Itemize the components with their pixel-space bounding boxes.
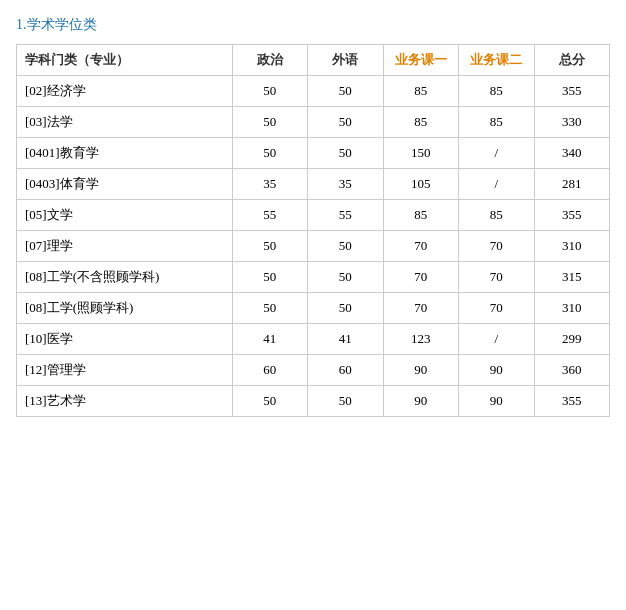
cell-politics: 50 [232,386,307,417]
cell-total: 355 [534,76,610,107]
cell-subject: [05]文学 [17,200,233,231]
cell-foreign: 50 [308,76,383,107]
table-row: [08]工学(不含照顾学科)50507070315 [17,262,610,293]
cell-foreign: 50 [308,386,383,417]
table-row: [05]文学55558585355 [17,200,610,231]
cell-foreign: 50 [308,231,383,262]
table-row: [03]法学50508585330 [17,107,610,138]
cell-subject: [08]工学(不含照顾学科) [17,262,233,293]
cell-politics: 50 [232,231,307,262]
cell-politics: 55 [232,200,307,231]
header-politics: 政治 [232,45,307,76]
cell-total: 355 [534,386,610,417]
cell-total: 315 [534,262,610,293]
cell-biz2: 85 [459,107,534,138]
cell-biz1: 105 [383,169,458,200]
cell-total: 340 [534,138,610,169]
cell-politics: 60 [232,355,307,386]
header-biz1: 业务课一 [383,45,458,76]
cell-biz2: 70 [459,231,534,262]
cell-total: 310 [534,231,610,262]
cell-biz2: 90 [459,386,534,417]
cell-politics: 35 [232,169,307,200]
cell-biz2: / [459,138,534,169]
table-row: [08]工学(照顾学科)50507070310 [17,293,610,324]
cell-subject: [07]理学 [17,231,233,262]
cell-subject: [0401]教育学 [17,138,233,169]
section-title: 1.学术学位类 [16,16,610,34]
cell-biz1: 70 [383,293,458,324]
cell-subject: [0403]体育学 [17,169,233,200]
cell-total: 355 [534,200,610,231]
cell-total: 360 [534,355,610,386]
header-subject: 学科门类（专业） [17,45,233,76]
cell-biz2: 85 [459,200,534,231]
cell-foreign: 35 [308,169,383,200]
cell-foreign: 55 [308,200,383,231]
cell-biz2: 90 [459,355,534,386]
score-table: 学科门类（专业） 政治 外语 业务课一 业务课二 总分 [02]经济学50508… [16,44,610,417]
table-row: [02]经济学50508585355 [17,76,610,107]
cell-politics: 50 [232,262,307,293]
cell-biz1: 90 [383,386,458,417]
cell-total: 330 [534,107,610,138]
table-header-row: 学科门类（专业） 政治 外语 业务课一 业务课二 总分 [17,45,610,76]
table-row: [0401]教育学5050150/340 [17,138,610,169]
header-foreign: 外语 [308,45,383,76]
cell-subject: [12]管理学 [17,355,233,386]
header-total: 总分 [534,45,610,76]
cell-foreign: 60 [308,355,383,386]
cell-subject: [10]医学 [17,324,233,355]
cell-biz1: 85 [383,107,458,138]
cell-biz1: 90 [383,355,458,386]
table-row: [12]管理学60609090360 [17,355,610,386]
table-row: [07]理学50507070310 [17,231,610,262]
cell-foreign: 41 [308,324,383,355]
cell-biz1: 85 [383,76,458,107]
cell-politics: 50 [232,76,307,107]
cell-biz1: 85 [383,200,458,231]
cell-politics: 50 [232,293,307,324]
table-row: [13]艺术学50509090355 [17,386,610,417]
table-row: [10]医学4141123/299 [17,324,610,355]
cell-politics: 41 [232,324,307,355]
cell-politics: 50 [232,138,307,169]
cell-biz1: 150 [383,138,458,169]
cell-subject: [02]经济学 [17,76,233,107]
cell-biz2: / [459,169,534,200]
cell-total: 299 [534,324,610,355]
cell-politics: 50 [232,107,307,138]
cell-foreign: 50 [308,107,383,138]
cell-subject: [08]工学(照顾学科) [17,293,233,324]
cell-foreign: 50 [308,138,383,169]
cell-biz2: 85 [459,76,534,107]
cell-subject: [03]法学 [17,107,233,138]
cell-biz1: 70 [383,231,458,262]
cell-biz2: 70 [459,293,534,324]
cell-total: 281 [534,169,610,200]
cell-total: 310 [534,293,610,324]
cell-biz1: 123 [383,324,458,355]
table-row: [0403]体育学3535105/281 [17,169,610,200]
cell-foreign: 50 [308,262,383,293]
cell-foreign: 50 [308,293,383,324]
cell-biz1: 70 [383,262,458,293]
cell-biz2: / [459,324,534,355]
header-biz2: 业务课二 [459,45,534,76]
cell-biz2: 70 [459,262,534,293]
cell-subject: [13]艺术学 [17,386,233,417]
